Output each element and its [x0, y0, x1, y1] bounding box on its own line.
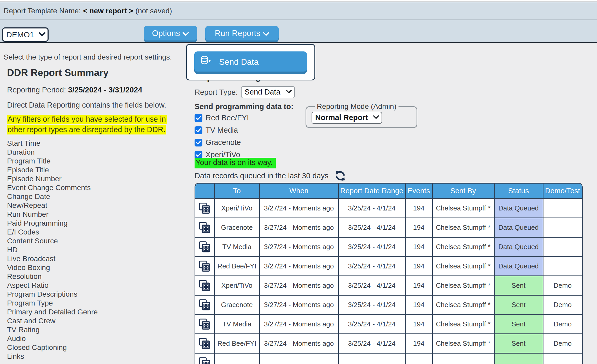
cell-to: TV Media: [214, 237, 260, 256]
table-row: Xperi/TiVo 3/27/24 - Moments ago 3/25/24…: [195, 198, 582, 218]
queued-records-table: To When Report Date Range Events Sent By…: [195, 183, 583, 364]
record-grid-icon[interactable]: [195, 353, 214, 364]
ddr-field-item: Duration: [7, 148, 190, 157]
ddr-field-item: Video Boxing: [7, 263, 190, 272]
cell-sent-by: Chelsea Stumpff *: [432, 218, 494, 237]
cell-sent-by: [432, 353, 494, 364]
ddr-warning: Any filters or fields you have selected …: [7, 114, 190, 135]
ddr-warning-line2: other report types are disregarded by th…: [7, 125, 166, 134]
table-row: Xperi/TiVo 3/27/24 - Moments ago 3/25/24…: [195, 276, 582, 295]
record-grid-icon[interactable]: [195, 295, 214, 314]
refresh-icon[interactable]: [334, 170, 346, 182]
col-header-range: Report Date Range: [338, 184, 405, 198]
record-grid-icon[interactable]: [195, 276, 214, 295]
ddr-field-item: Change Date: [7, 192, 190, 201]
ddr-summary-heading: DDR Report Summary: [7, 67, 190, 78]
col-header-sentby: Sent By: [432, 184, 494, 198]
ddr-field-item: Episode Number: [7, 174, 190, 183]
cell-status: Data Queued: [494, 198, 543, 218]
template-name-value: < new report >: [83, 7, 133, 15]
template-saved-status: (not saved): [136, 7, 172, 15]
col-header-when: When: [260, 184, 338, 198]
run-reports-button[interactable]: Run Reports: [205, 26, 279, 42]
cell-when: 3/27/24 - Moments ago: [260, 256, 338, 276]
destination-label[interactable]: TV Media: [206, 126, 238, 134]
cell-status: Sent: [494, 334, 543, 353]
options-button[interactable]: Options: [144, 26, 197, 42]
record-grid-icon[interactable]: [195, 198, 214, 218]
col-header-events: Events: [405, 184, 432, 198]
ddr-field-item: Program Type: [7, 299, 190, 308]
cell-report-date-range: 3/25/24 - 4/1/24: [338, 334, 405, 353]
cell-report-date-range: [338, 353, 405, 364]
cell-demo-test: [543, 218, 582, 237]
options-button-label: Options: [152, 29, 180, 38]
run-reports-menu: Send Data: [186, 44, 315, 80]
cell-to: Xperi/TiVo: [214, 198, 260, 218]
record-grid-icon[interactable]: [195, 218, 214, 237]
record-grid-icon[interactable]: [195, 314, 214, 334]
queue-title: Data records queued in the last 30 days: [195, 172, 329, 180]
template-select-wrap: DEMO1: [2, 27, 49, 42]
cell-status: Data Queued: [494, 218, 543, 237]
cell-demo-test: [543, 198, 582, 218]
ddr-field-item: Aspect Ratio: [7, 281, 190, 290]
reporting-mode-select[interactable]: Normal Report: [312, 112, 382, 124]
checkbox-checked-icon[interactable]: [195, 139, 202, 146]
cell-demo-test: Demo: [543, 314, 582, 334]
cell-status: Data Queued: [494, 256, 543, 276]
destination-gracenote[interactable]: Gracenote: [195, 136, 249, 149]
ddr-field-item: Program Title: [7, 157, 190, 166]
cell-sent-by: Chelsea Stumpff *: [432, 256, 494, 276]
col-header-demo: Demo/Test: [543, 184, 582, 198]
reporting-period-label: Reporting Period:: [7, 86, 66, 94]
record-grid-icon[interactable]: [195, 256, 214, 276]
ddr-field-list: Start TimeDurationProgram TitleEpisode T…: [7, 139, 190, 361]
ddr-field-item: E/I Codes: [7, 228, 190, 237]
destination-label[interactable]: Gracenote: [206, 138, 241, 147]
checkbox-checked-icon[interactable]: [195, 126, 202, 134]
cell-demo-test: Demo: [543, 334, 582, 353]
ddr-field-item: Program Descriptions: [7, 290, 190, 299]
table-row: Red Bee/FYI 3/27/24 - Moments ago 3/25/2…: [195, 256, 582, 276]
cell-demo-test: [543, 353, 582, 364]
destination-label[interactable]: Red Bee/FYI: [206, 114, 249, 122]
table-row: TV Media 3/27/24 - Moments ago 3/25/24 -…: [195, 237, 582, 256]
cell-sent-by: Chelsea Stumpff *: [432, 237, 494, 256]
ddr-field-item: Links: [7, 352, 190, 361]
cell-demo-test: [543, 237, 582, 256]
report-type-select[interactable]: Send Data: [241, 86, 295, 98]
cell-to: [214, 353, 260, 364]
ddr-field-item: Live Broadcast: [7, 254, 190, 263]
cell-status: [494, 353, 543, 364]
ddr-field-item: Closed Captioning: [7, 343, 190, 352]
cell-when: 3/27/24 - Moments ago: [260, 198, 338, 218]
send-to-label: Send programming data to:: [195, 102, 294, 111]
cell-events: 194: [405, 334, 432, 353]
cell-to: Red Bee/FYI: [214, 334, 260, 353]
cell-report-date-range: 3/25/24 - 4/1/24: [338, 295, 405, 314]
reporting-mode-select-wrap: Normal Report: [312, 112, 382, 124]
checkbox-checked-icon[interactable]: [195, 151, 202, 159]
cell-events: 194: [405, 237, 432, 256]
table-row: Red Bee/FYI 3/27/24 - Moments ago 3/25/2…: [195, 334, 582, 353]
record-grid-icon[interactable]: [195, 334, 214, 353]
cell-to: TV Media: [214, 314, 260, 334]
ddr-field-item: Paid Programming: [7, 219, 190, 228]
destination-redbee[interactable]: Red Bee/FYI: [195, 112, 249, 124]
cell-report-date-range: 3/25/24 - 4/1/24: [338, 314, 405, 334]
template-title-bar: Report Template Name: < new report > (no…: [0, 2, 597, 20]
send-data-menu-item[interactable]: Send Data: [194, 51, 307, 74]
cell-sent-by: Chelsea Stumpff *: [432, 334, 494, 353]
ddr-description: Direct Data Reporting contains the field…: [7, 101, 190, 109]
record-grid-icon[interactable]: [195, 237, 214, 256]
checkbox-checked-icon[interactable]: [195, 114, 202, 122]
cell-events: 194: [405, 218, 432, 237]
destination-tvmedia[interactable]: TV Media: [195, 124, 249, 136]
toolbar: DEMO1 Options Run Reports: [0, 20, 597, 43]
ddr-warning-line1: Any filters or fields you have selected …: [7, 115, 167, 124]
table-row: [195, 353, 582, 364]
queue-title-row: Data records queued in the last 30 days: [195, 170, 346, 182]
template-select[interactable]: DEMO1: [2, 27, 49, 42]
cell-when: 3/27/24 - Moments ago: [260, 276, 338, 295]
